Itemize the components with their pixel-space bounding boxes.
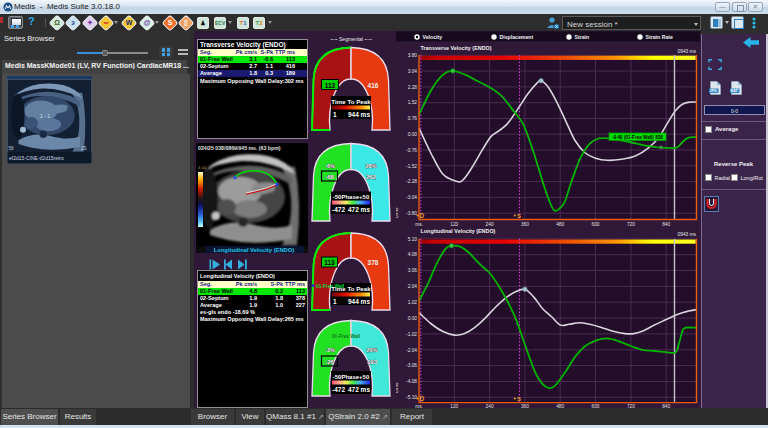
svg-text:472 ms: 472 ms bbox=[348, 206, 370, 213]
svg-text:3.80: 3.80 bbox=[408, 53, 418, 58]
svg-text:840: 840 bbox=[662, 222, 670, 227]
svg-text:0.00: 0.00 bbox=[408, 132, 418, 137]
svg-text:Velocity: Velocity bbox=[423, 34, 443, 40]
svg-text:944 ms: 944 ms bbox=[348, 111, 370, 118]
svg-text:5.10: 5.10 bbox=[408, 237, 418, 242]
svg-text:D: D bbox=[420, 395, 425, 402]
svg-text:3.04: 3.04 bbox=[408, 69, 418, 74]
svg-text:2.28: 2.28 bbox=[408, 85, 418, 90]
svg-text:-50Phase+50: -50Phase+50 bbox=[333, 194, 370, 200]
svg-text:2S: 2S bbox=[81, 146, 87, 151]
svg-text:-5.10: -5.10 bbox=[406, 395, 417, 400]
svg-text:-0.76: -0.76 bbox=[406, 148, 417, 153]
svg-text:-1.52: -1.52 bbox=[406, 164, 417, 169]
svg-text:-3.06: -3.06 bbox=[406, 363, 417, 368]
svg-text:Transverse Velocity (ENDO): Transverse Velocity (ENDO) bbox=[421, 45, 492, 51]
svg-text:-1.02: -1.02 bbox=[406, 332, 417, 337]
svg-text:-6%: -6% bbox=[325, 163, 335, 169]
svg-text:-3.04: -3.04 bbox=[406, 195, 417, 200]
svg-text:2.04: 2.04 bbox=[408, 284, 418, 289]
svg-text:-26: -26 bbox=[325, 359, 334, 365]
svg-text:4.08: 4.08 bbox=[408, 252, 418, 257]
svg-text:58: 58 bbox=[9, 146, 15, 151]
svg-text:JPG: JPG bbox=[710, 89, 717, 93]
svg-text:-0.40 (01-Free Wall) 838: -0.40 (01-Free Wall) 838 bbox=[612, 135, 663, 140]
svg-text:-472: -472 bbox=[332, 206, 345, 213]
svg-text:600: 600 bbox=[591, 222, 599, 227]
svg-text:Longitudinal Velocity (ENDO): Longitudinal Velocity (ENDO) bbox=[421, 228, 496, 234]
svg-text:BAT: BAT bbox=[731, 89, 739, 93]
svg-text:Strain Rate: Strain Rate bbox=[646, 34, 674, 40]
svg-text:ms.: ms. bbox=[415, 222, 423, 227]
svg-text:D: D bbox=[420, 212, 425, 219]
svg-text:472 ms: 472 ms bbox=[348, 386, 370, 393]
svg-text:360: 360 bbox=[521, 222, 529, 227]
svg-text:Time To Peak: Time To Peak bbox=[331, 285, 371, 292]
svg-text:Strain: Strain bbox=[575, 34, 590, 40]
svg-text:0943 ms: 0943 ms bbox=[678, 232, 697, 237]
svg-text:3.06: 3.06 bbox=[408, 268, 418, 273]
svg-text:-472: -472 bbox=[332, 386, 345, 393]
svg-text:28%: 28% bbox=[365, 163, 376, 169]
svg-text:944 ms: 944 ms bbox=[348, 298, 370, 305]
svg-text:-68: -68 bbox=[325, 174, 334, 180]
svg-text:-2.28: -2.28 bbox=[406, 179, 417, 184]
svg-text:ef2d15-CINE-tf2d15retro: ef2d15-CINE-tf2d15retro bbox=[9, 155, 64, 161]
svg-text:01-Free Wall: 01-Free Wall bbox=[332, 334, 360, 339]
svg-text:1: 1 bbox=[333, 111, 337, 118]
svg-text:cm/s: cm/s bbox=[396, 382, 399, 393]
svg-text:113: 113 bbox=[324, 259, 335, 266]
svg-text:262: 262 bbox=[366, 174, 377, 180]
svg-text:~-~ Segmental ~-~: ~-~ Segmental ~-~ bbox=[330, 36, 372, 42]
svg-text:Time To Peak: Time To Peak bbox=[331, 98, 371, 105]
svg-text:1.02: 1.02 bbox=[408, 300, 418, 305]
svg-text:-3.80: -3.80 bbox=[406, 211, 417, 216]
svg-text:-50Phase+50: -50Phase+50 bbox=[333, 374, 370, 380]
svg-text:480: 480 bbox=[556, 222, 564, 227]
svg-text:0.00: 0.00 bbox=[408, 316, 418, 321]
svg-text:S: S bbox=[517, 213, 521, 219]
svg-text:4.04: 4.04 bbox=[198, 165, 207, 170]
svg-text:024/25 038/0869/945 ms. (63: 024/25 038/0869/945 ms. (63 bpm) bbox=[198, 145, 281, 151]
svg-text:S: S bbox=[517, 396, 521, 402]
svg-text:378: 378 bbox=[368, 259, 379, 266]
svg-text:20%: 20% bbox=[366, 347, 377, 353]
svg-text:-3%: -3% bbox=[325, 347, 335, 353]
svg-text:120: 120 bbox=[450, 222, 458, 227]
svg-text:cm/s: cm/s bbox=[396, 207, 399, 218]
svg-text:1.52: 1.52 bbox=[408, 100, 418, 105]
svg-text:416: 416 bbox=[368, 82, 379, 89]
svg-text:720: 720 bbox=[627, 222, 635, 227]
svg-text:0943 ms: 0943 ms bbox=[678, 49, 697, 54]
svg-text:193: 193 bbox=[367, 359, 378, 365]
svg-text:0.76: 0.76 bbox=[408, 116, 418, 121]
svg-text:113: 113 bbox=[325, 82, 336, 89]
svg-text:1: 1 bbox=[333, 298, 337, 305]
svg-text:240: 240 bbox=[486, 222, 494, 227]
svg-text:Displacement: Displacement bbox=[500, 34, 534, 40]
svg-text:-2.04: -2.04 bbox=[406, 348, 417, 353]
svg-text:1 - 1: 1 - 1 bbox=[40, 113, 50, 119]
svg-text:-4.08: -4.08 bbox=[406, 379, 417, 384]
svg-text:Longitudinal Velocity (ENDO): Longitudinal Velocity (ENDO) bbox=[214, 247, 295, 253]
